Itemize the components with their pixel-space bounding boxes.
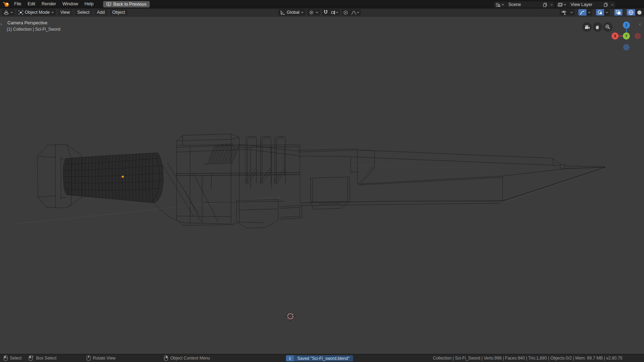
info-icon: i: [286, 355, 294, 361]
pivot-icon: [309, 10, 314, 15]
snap-target-icon: [331, 10, 336, 15]
object-mode-icon: [18, 10, 23, 15]
remove-view-layer-icon[interactable]: ×: [609, 2, 615, 7]
xray-toggle[interactable]: [614, 9, 622, 16]
active-collection-label: (1) Collection | Sci-Fi_Sword: [7, 27, 60, 32]
duplicate-icon: [603, 2, 608, 7]
mouse-drag-icon: [29, 355, 34, 361]
magnifier-plus-icon: [605, 24, 610, 30]
falloff-curve-icon: [351, 10, 357, 15]
wireframe-sword-model[interactable]: [15, 134, 606, 228]
toolbar-expand-icon[interactable]: ›: [0, 21, 2, 27]
3d-cursor[interactable]: [285, 311, 296, 321]
orientation-axes-icon: [280, 10, 285, 15]
duplicate-icon: [543, 2, 547, 7]
magnet-icon: [323, 10, 328, 15]
gizmo-axis-z[interactable]: Z: [623, 22, 630, 29]
mouse-left-icon: [4, 355, 8, 361]
snap-settings-dropdown[interactable]: [329, 9, 340, 16]
viewport-editor-icon: [4, 10, 9, 15]
show-gizmo-toggle[interactable]: [578, 9, 586, 16]
gizmo-arc-icon: [580, 10, 585, 15]
gizmo-axis-z-neg[interactable]: [623, 44, 630, 50]
object-visibility-dropdown[interactable]: [560, 9, 569, 16]
viewport-3d[interactable]: Camera Perspective (1) Collection | Sci-…: [0, 17, 644, 354]
menu-render[interactable]: Render: [38, 0, 59, 8]
hint-object-context-menu: Object Context Menu: [164, 355, 210, 361]
mouse-middle-icon: [87, 355, 91, 361]
scene-name: Scene: [506, 2, 542, 7]
xray-icon: [616, 10, 621, 15]
hint-rotate-view: Rotate View: [87, 355, 115, 361]
gizmo-axis-x[interactable]: X: [612, 32, 619, 40]
solid-sphere-icon: [637, 10, 642, 15]
topbar: File Edit Render Window Help Back to Pre…: [0, 0, 644, 8]
status-bar: Select Box Select Rotate View Object Con…: [0, 354, 644, 362]
gizmo-axis-x-neg[interactable]: [634, 33, 641, 39]
menu-edit[interactable]: Edit: [24, 0, 38, 8]
show-overlays-toggle[interactable]: [596, 9, 604, 16]
chevron-down-icon: [10, 11, 13, 13]
shading-solid-button[interactable]: [635, 9, 644, 16]
mode-selector[interactable]: Object Mode: [17, 9, 56, 16]
transform-orientation-dropdown[interactable]: Global: [278, 9, 305, 16]
new-view-layer-button[interactable]: [602, 1, 609, 8]
menu-object[interactable]: Object: [109, 9, 128, 16]
overlays-chevron[interactable]: [604, 9, 610, 16]
chevron-down-icon: [570, 11, 573, 13]
back-screen-icon: [106, 2, 111, 6]
viewport-header: Object Mode View Select Add Object Globa…: [0, 8, 644, 17]
scene-icon: [495, 2, 501, 7]
menu-help[interactable]: Help: [81, 0, 97, 8]
hand-icon: [595, 24, 600, 30]
hint-box-select: Box Select: [29, 355, 56, 361]
menu-file[interactable]: File: [11, 0, 24, 8]
editor-type-dropdown[interactable]: [2, 9, 15, 16]
close-scene-icon[interactable]: ×: [548, 2, 555, 7]
chevron-down-icon: [357, 11, 359, 13]
saved-message: Saved "Sci-Fi_sword.blend": [294, 355, 353, 361]
proportional-editing-toggle[interactable]: [342, 9, 350, 16]
back-to-previous-label: Back to Previous: [113, 2, 147, 7]
chevron-down-icon: [564, 4, 566, 6]
eye-cursor-icon: [561, 10, 567, 15]
chevron-down-icon: [301, 11, 304, 13]
chevron-down-icon: [51, 11, 54, 13]
back-to-previous-button[interactable]: Back to Previous: [103, 1, 150, 7]
scene-selector[interactable]: Scene ×: [494, 1, 555, 8]
view-layer-icon: [557, 2, 563, 7]
sidebar-expand-icon[interactable]: ‹: [639, 21, 641, 27]
viewport-canvas[interactable]: [0, 17, 644, 354]
view-layer-name: View Layer: [568, 2, 602, 7]
object-origin-point[interactable]: [122, 176, 124, 178]
chevron-down-icon: [606, 11, 608, 13]
gizmo-axis-y[interactable]: Y: [623, 32, 630, 40]
chevron-down-icon: [316, 11, 318, 13]
pivot-point-dropdown[interactable]: [307, 9, 320, 16]
zoom-view-button[interactable]: [603, 22, 613, 32]
snap-toggle[interactable]: [322, 9, 329, 16]
visibility-chevron[interactable]: [569, 9, 574, 16]
orientation-label: Global: [287, 10, 299, 15]
mouse-right-icon: [164, 355, 168, 361]
pan-view-button[interactable]: [593, 22, 602, 32]
menu-view[interactable]: View: [58, 9, 73, 16]
wireframe-sphere-icon: [628, 10, 634, 15]
menu-select[interactable]: Select: [74, 9, 93, 16]
menu-window[interactable]: Window: [59, 0, 81, 8]
scene-statistics: Collection | Sci-Fi_Sword | Verts:996 | …: [433, 356, 644, 361]
menu-add[interactable]: Add: [94, 9, 108, 16]
mode-label: Object Mode: [25, 10, 50, 15]
report-message: i Saved "Sci-Fi_sword.blend": [286, 355, 353, 361]
gizmo-settings-chevron[interactable]: [586, 9, 592, 16]
chevron-down-icon: [336, 11, 339, 13]
new-scene-button[interactable]: [542, 1, 548, 8]
proportional-circle-icon: [343, 10, 348, 15]
camera-view-button[interactable]: [582, 22, 592, 32]
chevron-down-icon: [588, 11, 591, 13]
proportional-falloff-dropdown[interactable]: [350, 9, 361, 16]
chevron-down-icon: [501, 4, 504, 6]
view-layer-selector[interactable]: View Layer ×: [556, 1, 616, 8]
shading-wireframe-button[interactable]: [627, 9, 635, 16]
blender-logo-icon[interactable]: [3, 1, 10, 7]
